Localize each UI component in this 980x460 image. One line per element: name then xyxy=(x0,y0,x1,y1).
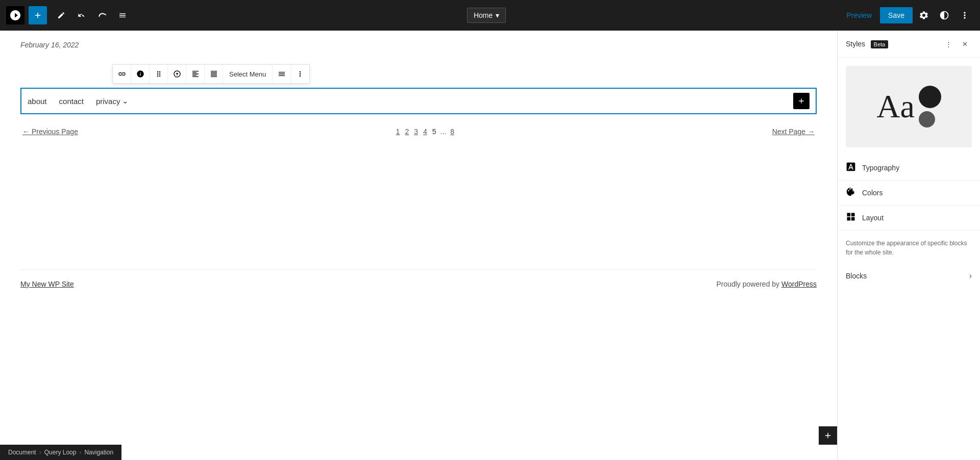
block-more-button[interactable] xyxy=(291,65,309,83)
edit-button[interactable] xyxy=(52,6,70,24)
block-justify-button[interactable] xyxy=(205,65,223,83)
settings-button[interactable] xyxy=(915,6,933,24)
toolbar-center: Home ▾ xyxy=(133,8,840,23)
footer-powered-text: Proudly powered by xyxy=(716,280,781,288)
main-layout: February 16, 2022 xyxy=(0,31,980,460)
breadcrumb-document[interactable]: Document xyxy=(8,449,36,456)
ellipsis-menu-button[interactable] xyxy=(955,6,974,24)
preview-circles xyxy=(919,86,941,127)
canvas-area[interactable]: February 16, 2022 xyxy=(0,31,837,460)
panel-header-actions: ⋮ ✕ xyxy=(941,37,972,51)
nav-add-button[interactable] xyxy=(793,93,810,109)
page-3[interactable]: 3 xyxy=(412,126,420,137)
page-numbers: 1 2 3 4 5 ... 8 xyxy=(394,126,456,137)
page-8[interactable]: 8 xyxy=(448,126,456,137)
nav-item-contact[interactable]: contact xyxy=(59,97,84,106)
chevron-down-icon: ▾ xyxy=(496,11,499,19)
next-page-label: Next Page → xyxy=(772,127,815,136)
layout-label: Layout xyxy=(862,214,884,222)
page-title: Home xyxy=(474,11,493,19)
breadcrumb-sep-1: › xyxy=(39,449,41,456)
page-4[interactable]: 4 xyxy=(421,126,429,137)
panel-close-button[interactable]: ✕ xyxy=(958,37,972,51)
block-link-button[interactable] xyxy=(113,65,131,83)
styles-panel: Styles Beta ⋮ ✕ Aa Typography xyxy=(837,31,980,460)
style-preview: Aa xyxy=(846,66,972,147)
preview-aa-text: Aa xyxy=(876,88,915,125)
footer-wordpress-link[interactable]: WordPress xyxy=(781,280,817,288)
toolbar-right: Preview Save xyxy=(840,6,974,24)
layout-icon xyxy=(846,212,856,224)
page-2[interactable]: 2 xyxy=(403,126,411,137)
panel-header: Styles Beta ⋮ ✕ xyxy=(838,31,980,58)
footer-site-link[interactable]: My New WP Site xyxy=(20,280,74,288)
date-text: February 16, 2022 xyxy=(20,41,817,49)
save-button[interactable]: Save xyxy=(880,7,913,23)
preview-circle-small xyxy=(919,111,935,127)
blocks-label: Blocks xyxy=(846,272,867,280)
page-5-current[interactable]: 5 xyxy=(430,126,438,137)
contrast-button[interactable] xyxy=(935,6,953,24)
page-1[interactable]: 1 xyxy=(394,126,402,137)
nav-items: about contact privacy ⌄ xyxy=(28,96,129,106)
breadcrumb: Document › Query Loop › Navigation xyxy=(0,445,121,460)
beta-badge: Beta xyxy=(871,40,889,48)
navigation-block[interactable]: about contact privacy ⌄ xyxy=(20,88,817,114)
preview-button[interactable]: Preview xyxy=(840,7,878,23)
panel-more-button[interactable]: ⋮ xyxy=(941,37,955,51)
block-hamburger-button[interactable] xyxy=(273,65,291,83)
block-info-button[interactable] xyxy=(131,65,150,83)
breadcrumb-navigation[interactable]: Navigation xyxy=(84,449,113,456)
page-selector[interactable]: Home ▾ xyxy=(467,8,506,23)
canvas-content: February 16, 2022 xyxy=(0,31,837,460)
add-block-button[interactable] xyxy=(29,6,47,24)
prev-page-link[interactable]: ← Previous Page xyxy=(20,127,78,136)
typography-option[interactable]: Typography xyxy=(838,156,980,181)
typography-label: Typography xyxy=(862,164,899,172)
preview-circle-large xyxy=(919,86,941,108)
next-page-link[interactable]: Next Page → xyxy=(772,127,817,136)
nav-item-privacy[interactable]: privacy ⌄ xyxy=(96,96,129,106)
colors-label: Colors xyxy=(862,189,883,197)
redo-button[interactable] xyxy=(93,6,111,24)
footer-area: My New WP Site Proudly powered by WordPr… xyxy=(20,269,817,298)
breadcrumb-query-loop[interactable]: Query Loop xyxy=(44,449,77,456)
select-menu-button[interactable]: Select Menu xyxy=(223,65,273,83)
block-align-left-button[interactable] xyxy=(186,65,205,83)
panel-description: Customize the appearance of specific blo… xyxy=(838,231,980,265)
footer-powered-by: Proudly powered by WordPress xyxy=(716,280,817,288)
undo-button[interactable] xyxy=(72,6,91,24)
block-move-button[interactable] xyxy=(168,65,186,83)
top-toolbar: Home ▾ Preview Save xyxy=(0,0,980,31)
panel-title: Styles xyxy=(846,40,865,48)
chevron-down-icon: ⌄ xyxy=(122,96,129,106)
blocks-row[interactable]: Blocks › xyxy=(838,265,980,287)
colors-option[interactable]: Colors xyxy=(838,181,980,206)
page-ellipsis: ... xyxy=(439,126,448,137)
block-toolbar: Select Menu xyxy=(112,64,310,84)
block-drag-button[interactable] xyxy=(150,65,168,83)
document-overview-button[interactable] xyxy=(113,6,132,24)
block-toolbar-area: Select Menu xyxy=(112,64,817,84)
breadcrumb-sep-2: › xyxy=(79,449,81,456)
pagination: ← Previous Page 1 2 3 4 5 ... 8 Next Pag… xyxy=(20,126,817,137)
wp-logo[interactable] xyxy=(6,6,24,24)
add-block-floating-button[interactable] xyxy=(819,426,837,445)
panel-title-area: Styles Beta xyxy=(846,39,888,48)
chevron-right-icon: › xyxy=(969,271,972,280)
colors-icon xyxy=(846,187,856,199)
nav-item-about[interactable]: about xyxy=(28,97,47,106)
prev-page-label: ← Previous Page xyxy=(22,127,78,136)
typography-icon xyxy=(846,162,856,174)
layout-option[interactable]: Layout xyxy=(838,206,980,231)
